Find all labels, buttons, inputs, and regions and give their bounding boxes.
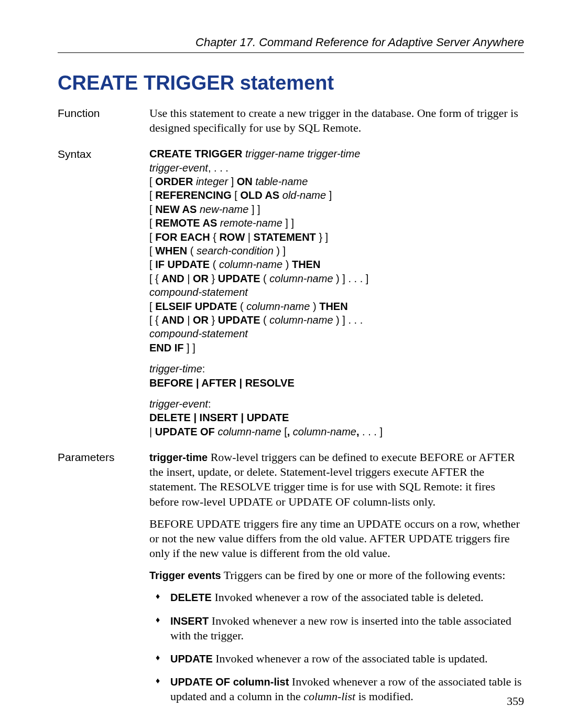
arg-column-name: column-name [215, 426, 284, 437]
arg-integer: integer [193, 176, 231, 187]
bracket: ] [231, 176, 237, 187]
arg-compound-statement: compound-statement [149, 328, 248, 339]
trigger-event-def: trigger-event: DELETE | INSERT | UPDATE … [149, 397, 524, 438]
kw-update: UPDATE [218, 314, 260, 326]
colon: : [202, 363, 205, 374]
kw-elseif-update: ELSEIF UPDATE [155, 301, 237, 312]
text-update: Invoked whenever a row of the associated… [213, 652, 488, 665]
kw-or: OR [193, 273, 209, 284]
term-insert: INSERT [170, 615, 209, 627]
kw-order: ORDER [155, 176, 193, 187]
brace: } ] [316, 231, 328, 243]
bracket: [ { [149, 273, 161, 284]
arg-column-name: column-name [269, 314, 333, 326]
brace: { [210, 231, 220, 243]
bracket: [ [149, 301, 155, 312]
kw-referencing: REFERENCING [155, 189, 232, 201]
kw-and: AND [161, 314, 184, 326]
paren: ) [282, 259, 292, 270]
term-delete: DELETE [170, 592, 212, 603]
term-update-of: UPDATE OF column-list [170, 676, 289, 688]
ellipsis: . . . ] [362, 426, 383, 437]
param-trigger-time: trigger-time Row-level triggers can be d… [149, 450, 524, 509]
kw-new-as: NEW AS [155, 204, 197, 215]
arg-column-name: column-name [293, 426, 356, 437]
term-update: UPDATE [170, 653, 213, 665]
pipe: | [184, 273, 193, 284]
syntax-main: CREATE TRIGGER trigger-name trigger-time… [149, 147, 524, 355]
term-trigger-time: trigger-time [149, 452, 208, 463]
arg-new-name: new-name [197, 204, 252, 215]
bracket: [ [149, 204, 155, 215]
comma: , [287, 426, 293, 437]
paren: ( [210, 259, 219, 270]
events-list: DELETE Invoked whenever a row of the ass… [156, 590, 524, 704]
kw-for-each: FOR EACH [155, 231, 210, 243]
function-label: Function [58, 106, 149, 120]
kw-and: AND [161, 273, 184, 284]
bracket: ] ] [184, 342, 195, 354]
event-update-of: UPDATE OF column-list Invoked whenever a… [156, 675, 524, 704]
arg-trigger-event: trigger-event [149, 162, 208, 174]
paren: ) ] [274, 245, 286, 256]
syntax-label: Syntax [58, 147, 149, 160]
bracket: ] ] [252, 204, 260, 215]
text-trigger-events: Triggers can be fired by one or more of … [221, 569, 506, 582]
header-rule [58, 52, 524, 53]
pipe: | [149, 426, 155, 437]
colon: : [208, 398, 211, 410]
parameters-label: Parameters [58, 450, 149, 464]
event-delete: DELETE Invoked whenever a row of the ass… [156, 590, 524, 605]
param-before-update: BEFORE UPDATE triggers fire any time an … [149, 517, 524, 561]
def-trigger-time: trigger-time [149, 363, 202, 374]
bracket: [ [149, 176, 155, 187]
arg-column-name: column-name [246, 301, 310, 312]
kw-or: OR [193, 314, 209, 326]
kw-create-trigger: CREATE TRIGGER [149, 148, 242, 159]
arg-table-name: table-name [253, 176, 308, 187]
kw-update-of: UPDATE OF [155, 426, 215, 437]
function-text: Use this statement to create a new trigg… [149, 106, 524, 135]
brace: } [209, 273, 218, 284]
pipe: | [245, 231, 253, 243]
chapter-header: Chapter 17. Command Reference for Adapti… [58, 36, 524, 52]
arg-compound-statement: compound-statement [149, 286, 248, 298]
bracket: [ [149, 231, 155, 243]
paren: ( [237, 301, 246, 312]
kw-then: THEN [292, 259, 320, 270]
param-trigger-events: Trigger events Triggers can be fired by … [149, 568, 524, 583]
paren: ( [260, 273, 270, 284]
paren: ) ] . . . [333, 314, 363, 326]
event-update: UPDATE Invoked whenever a row of the ass… [156, 651, 524, 666]
kw-delete-insert-update: DELETE | INSERT | UPDATE [149, 412, 289, 423]
arg-remote-name: remote-name [217, 217, 285, 229]
function-section: Function Use this statement to create a … [58, 106, 524, 135]
kw-if-update: IF UPDATE [155, 259, 210, 270]
paren: ( [187, 245, 197, 256]
text-delete: Invoked whenever a row of the associated… [212, 591, 484, 604]
page-number: 359 [507, 694, 524, 708]
bracket: [ [232, 189, 241, 201]
parameters-content: trigger-time Row-level triggers can be d… [149, 450, 524, 712]
pipe: | [184, 314, 193, 326]
event-insert: INSERT Invoked whenever a new row is ins… [156, 614, 524, 643]
text-update-of-col-list: column-list [303, 690, 355, 703]
page-title: CREATE TRIGGER statement [58, 72, 524, 94]
bracket: ] [329, 189, 332, 201]
brace: } [209, 314, 218, 326]
trigger-time-def: trigger-time: BEFORE | AFTER | RESOLVE [149, 362, 524, 390]
arg-trigger-name-time: trigger-name trigger-time [242, 148, 360, 159]
bracket: [ { [149, 314, 161, 326]
kw-then: THEN [319, 301, 347, 312]
bracket: [ [149, 259, 155, 270]
kw-remote-as: REMOTE AS [155, 217, 217, 229]
term-trigger-events: Trigger events [149, 570, 221, 581]
paren: ( [260, 314, 270, 326]
arg-column-name: column-name [219, 259, 282, 270]
arg-search-condition: search-condition [197, 245, 274, 256]
arg-old-name: old-name [279, 189, 329, 201]
parameters-section: Parameters trigger-time Row-level trigge… [58, 450, 524, 712]
text-insert: Invoked whenever a new row is inserted i… [170, 614, 511, 642]
kw-before-after-resolve: BEFORE | AFTER | RESOLVE [149, 377, 295, 389]
page: Chapter 17. Command Reference for Adapti… [0, 0, 566, 728]
